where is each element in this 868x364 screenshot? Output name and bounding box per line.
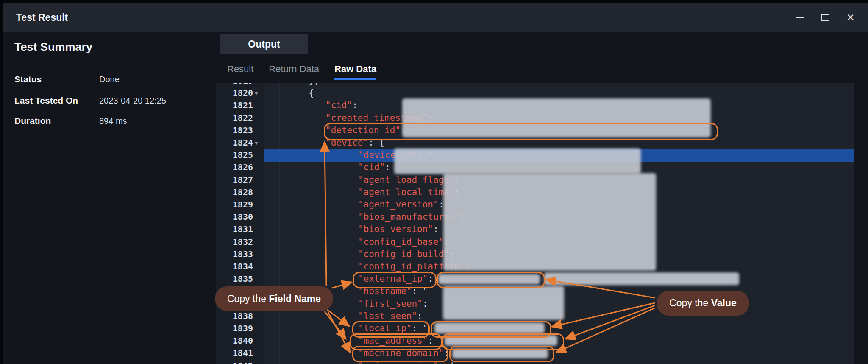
close-button[interactable]: ✕	[843, 9, 859, 25]
redacted-device-fields	[443, 173, 656, 271]
subtab-return-data[interactable]: Return Data	[269, 64, 319, 80]
json-punctuation: :	[352, 100, 363, 110]
last-tested-value: 2023-04-20 12:25	[99, 96, 166, 105]
last-tested-label: Last Tested On	[14, 94, 99, 107]
code-line: 1820▾{	[216, 87, 854, 100]
code-line-text[interactable]: "first_seen":	[358, 298, 433, 310]
line-number: 1839	[216, 322, 253, 335]
highlight-box-detection-id	[324, 123, 718, 140]
maximize-icon	[821, 14, 829, 21]
status-value: Done	[99, 75, 120, 84]
line-number: 1840	[216, 335, 253, 347]
json-key[interactable]: "last_seen"	[358, 311, 417, 321]
json-key[interactable]: "agent_version"	[358, 199, 439, 210]
line-number: 1828	[216, 186, 253, 199]
code-line-text[interactable]: "agent_version":	[358, 199, 449, 211]
copy-value-bold: Value	[711, 297, 737, 309]
line-number: 1831	[216, 223, 253, 235]
minimize-icon	[796, 17, 804, 18]
close-icon: ✕	[846, 13, 854, 22]
json-punctuation: :	[423, 299, 433, 309]
json-key[interactable]: "cid"	[358, 162, 385, 172]
line-number: 1841	[216, 347, 253, 359]
json-key[interactable]: "config_id_build"	[358, 249, 449, 259]
line-number: 1822	[216, 112, 253, 124]
copy-field-name-callout: Copy the Field Name	[215, 286, 333, 311]
code-line-text[interactable]: "last_seen":	[358, 310, 428, 322]
redacted-band	[544, 272, 739, 285]
line-number: 1833	[216, 248, 253, 260]
redacted-device-id	[394, 148, 641, 174]
duration-label: Duration	[14, 115, 99, 127]
line-number: 1838	[216, 310, 253, 322]
window-frame-top	[0, 0, 868, 3]
line-number: 1819	[216, 83, 253, 87]
subtab-raw-data[interactable]: Raw Data	[334, 64, 376, 80]
summary-row-status: StatusDone	[14, 73, 120, 86]
json-punctuation: :	[417, 311, 428, 321]
window-title: Test Result	[16, 3, 68, 32]
line-number: 1820	[216, 87, 253, 99]
test-summary-heading: Test Summary	[14, 41, 92, 54]
json-key[interactable]: "cid"	[326, 100, 352, 110]
copy-field-name-prefix: Copy the	[227, 293, 269, 305]
highlight-box-machine-domain-key	[352, 346, 448, 362]
line-number: 1821	[216, 99, 253, 112]
raw-data-code-viewer[interactable]: 1819},1820▾{1821"cid": 1822"created_time…	[216, 83, 854, 364]
minimize-button[interactable]	[792, 9, 808, 25]
line-number: 1829	[216, 199, 253, 211]
subtab-result[interactable]: Result	[227, 64, 253, 80]
copy-value-prefix: Copy the	[669, 297, 711, 309]
highlight-box-machine-domain-value	[449, 346, 554, 362]
maximize-button[interactable]	[817, 9, 833, 25]
line-number: 1842	[216, 360, 253, 364]
json-key[interactable]: "agent_load_flags"	[358, 175, 455, 185]
line-number: 1834	[216, 260, 253, 273]
status-label: Status	[14, 73, 99, 86]
fold-toggle-icon[interactable]: ▾	[255, 137, 258, 149]
subtab-bar: Result Return Data Raw Data	[227, 64, 376, 80]
window-frame-left	[0, 0, 3, 364]
line-number: 1835	[216, 273, 253, 285]
json-key[interactable]: "agent_local_time"	[358, 187, 455, 197]
duration-value: 894 ms	[99, 116, 127, 126]
code-line-text[interactable]: "bios_version":	[358, 223, 444, 235]
window-controls: ✕	[792, 9, 859, 25]
json-key[interactable]: "config_id_base"	[358, 237, 444, 247]
code-line-text[interactable]: "cid":	[326, 99, 363, 112]
line-number: 1823	[216, 124, 253, 137]
titlebar[interactable]: Test Result ✕	[3, 3, 868, 32]
summary-row-last-tested: Last Tested On2023-04-20 12:25	[14, 94, 166, 107]
json-punctuation: },	[309, 83, 319, 86]
json-punctuation: {	[309, 88, 314, 98]
highlight-box-external-ip-value	[437, 272, 545, 288]
tab-output[interactable]: Output	[220, 34, 308, 54]
json-key[interactable]: "first_seen"	[358, 299, 423, 309]
line-number: 1826	[216, 161, 253, 174]
fold-toggle-icon[interactable]: ▾	[255, 87, 258, 100]
redacted-hostname-seen	[443, 286, 564, 320]
json-punctuation: :	[433, 224, 444, 234]
summary-row-duration: Duration894 ms	[14, 115, 127, 127]
copy-value-callout: Copy the Value	[657, 291, 749, 316]
line-number: 1824	[216, 137, 253, 149]
highlight-box-external-ip-key	[353, 272, 437, 288]
copy-field-name-bold: Field Name	[269, 293, 321, 305]
line-number: 1830	[216, 211, 253, 223]
json-key[interactable]: "bios_version"	[358, 224, 433, 234]
code-line-text[interactable]: },	[309, 83, 319, 87]
line-number: 1825	[216, 149, 253, 161]
code-line-text[interactable]: "config_id_base":	[358, 236, 455, 248]
code-line-text[interactable]: "cid":	[358, 161, 396, 174]
line-number: 1827	[216, 174, 253, 186]
line-number: 1832	[216, 236, 253, 248]
code-line-text[interactable]: {	[309, 87, 314, 99]
